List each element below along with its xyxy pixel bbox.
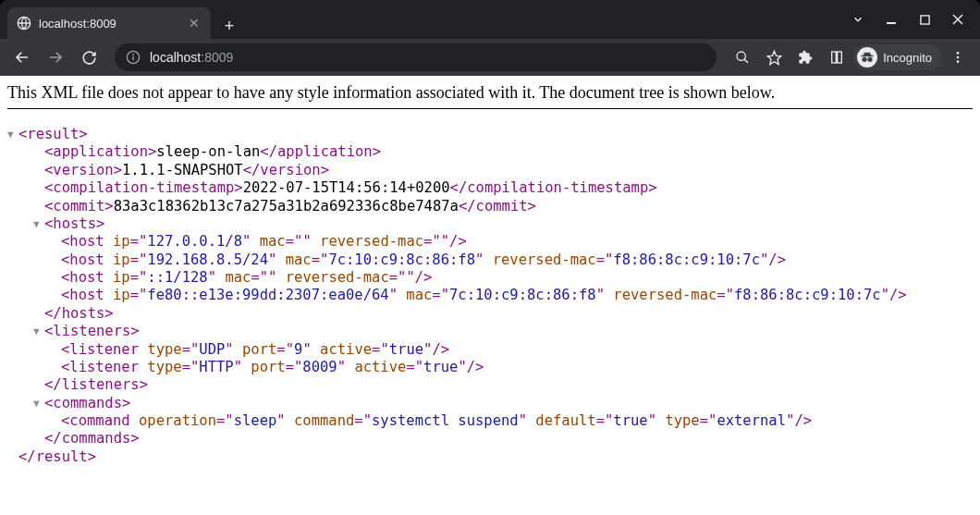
xml-host-element: <host ip="192.168.8.5/24" mac="7c:10:c9:… [7, 251, 973, 269]
collapse-marker[interactable]: ▼ [33, 218, 44, 231]
titlebar: localhost:8009 ✕ + [0, 0, 980, 39]
svg-point-18 [957, 52, 960, 55]
xml-host-element: <host ip="127.0.0.1/8" mac="" reversed-m… [7, 233, 973, 251]
minimize-button[interactable] [876, 5, 906, 34]
collapse-marker[interactable]: ▼ [33, 398, 44, 411]
close-window-button[interactable] [943, 5, 973, 34]
info-icon[interactable] [126, 50, 141, 65]
xml-host-element: <host ip="fe80::e13e:99dd:2307:ea0e/64" … [7, 287, 973, 304]
page-content: This XML file does not appear to have an… [0, 76, 980, 515]
bookmark-star-icon[interactable] [759, 43, 789, 72]
globe-icon [17, 16, 31, 31]
svg-rect-14 [838, 52, 842, 63]
svg-point-16 [868, 57, 873, 62]
svg-rect-2 [920, 15, 928, 23]
svg-rect-13 [832, 52, 837, 63]
collapse-marker[interactable]: ▼ [7, 129, 18, 141]
browser-window: localhost:8009 ✕ + [0, 0, 980, 515]
svg-point-9 [133, 54, 134, 55]
forward-button[interactable] [41, 43, 70, 72]
back-button[interactable] [7, 43, 37, 72]
incognito-icon [857, 47, 877, 67]
collapse-marker[interactable]: ▼ [33, 325, 44, 338]
svg-rect-17 [861, 55, 874, 57]
new-tab-button[interactable]: + [216, 13, 242, 39]
svg-point-19 [957, 56, 960, 59]
zoom-icon[interactable] [728, 43, 757, 72]
xml-host-element: <host ip="::1/128" mac="" reversed-mac="… [7, 269, 973, 287]
svg-point-20 [957, 60, 960, 63]
svg-marker-12 [767, 51, 780, 64]
xml-tree: ▼<result> <application>sleep-on-lan</app… [7, 126, 973, 466]
incognito-label: Incognito [883, 51, 932, 65]
browser-tab[interactable]: localhost:8009 ✕ [7, 7, 211, 39]
maximize-button[interactable] [910, 5, 939, 34]
reload-button[interactable] [74, 43, 104, 72]
incognito-badge[interactable]: Incognito [853, 44, 941, 70]
xml-notice: This XML file does not appear to have an… [7, 83, 973, 109]
close-tab-icon[interactable]: ✕ [187, 16, 202, 31]
window-controls [843, 5, 973, 34]
svg-rect-1 [887, 22, 896, 24]
xml-listener-element: <listener type="UDP" port="9" active="tr… [7, 341, 973, 359]
address-bar[interactable]: localhost:8009 [115, 43, 717, 71]
tab-title: localhost:8009 [39, 17, 179, 31]
svg-point-10 [737, 52, 745, 60]
xml-listener-element: <listener type="HTTP" port="8009" active… [7, 359, 973, 376]
svg-point-15 [863, 57, 867, 62]
extensions-icon[interactable] [790, 43, 820, 72]
xml-command-element: <command operation="sleep" command="syst… [7, 412, 973, 430]
toolbar: localhost:8009 Incognito [0, 39, 980, 76]
tabs-area: localhost:8009 ✕ + [7, 0, 843, 39]
reading-list-icon[interactable] [822, 43, 851, 72]
url-text: localhost:8009 [150, 50, 705, 65]
menu-icon[interactable] [943, 43, 973, 72]
toolbar-icons: Incognito [728, 43, 973, 72]
svg-line-11 [744, 59, 748, 63]
chevron-down-icon[interactable] [843, 5, 873, 34]
